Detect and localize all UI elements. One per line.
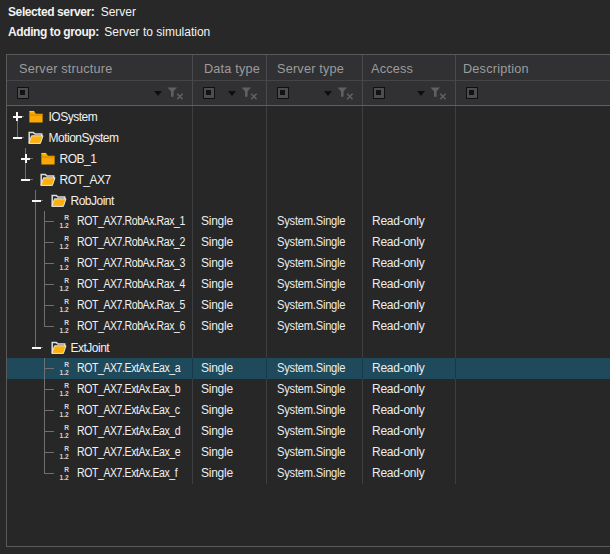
- svg-text:R: R: [64, 214, 69, 221]
- svg-text:1.2: 1.2: [59, 390, 68, 397]
- svg-text:1.2: 1.2: [59, 474, 68, 481]
- svg-text:R: R: [64, 361, 69, 368]
- svg-text:1.2: 1.2: [59, 285, 68, 292]
- svg-text:1.2: 1.2: [59, 243, 68, 250]
- svg-text:1.2: 1.2: [59, 369, 68, 376]
- svg-text:R: R: [64, 298, 69, 305]
- svg-text:1.2: 1.2: [59, 411, 68, 418]
- svg-text:R: R: [64, 235, 69, 242]
- svg-text:1.2: 1.2: [59, 264, 68, 271]
- svg-text:1.2: 1.2: [59, 306, 68, 313]
- svg-text:R: R: [64, 445, 69, 452]
- svg-text:1.2: 1.2: [59, 222, 68, 229]
- svg-text:1.2: 1.2: [59, 327, 68, 334]
- svg-text:R: R: [64, 466, 69, 473]
- svg-text:R: R: [64, 277, 69, 284]
- svg-text:R: R: [64, 319, 69, 326]
- svg-text:1.2: 1.2: [59, 432, 68, 439]
- svg-text:R: R: [64, 403, 69, 410]
- svg-text:R: R: [64, 382, 69, 389]
- svg-text:R: R: [64, 424, 69, 431]
- svg-text:R: R: [64, 256, 69, 263]
- svg-text:1.2: 1.2: [59, 453, 68, 460]
